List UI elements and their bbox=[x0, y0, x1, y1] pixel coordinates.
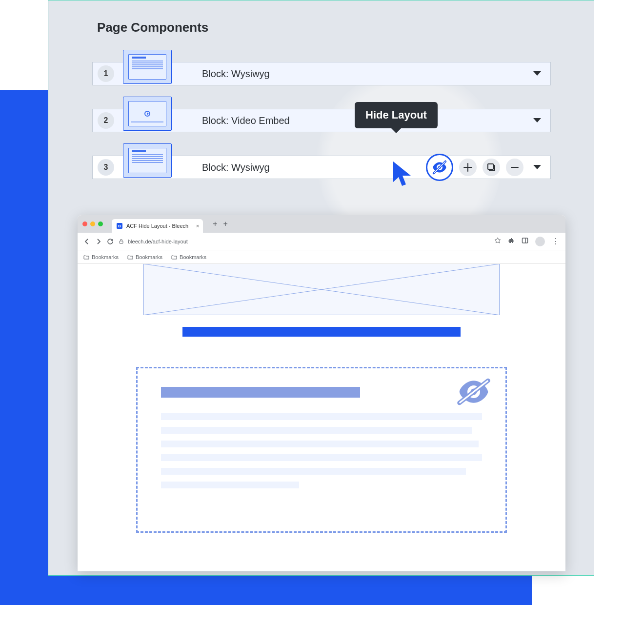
browser-toolbar: bleech.de/acf-hide-layout ⋮ bbox=[78, 233, 565, 250]
text-line-placeholder bbox=[161, 441, 479, 447]
page-title-bar bbox=[182, 327, 461, 337]
text-line-placeholder bbox=[161, 454, 482, 461]
expand-icon[interactable] bbox=[533, 164, 542, 170]
page-components-heading: Page Components bbox=[97, 20, 208, 35]
row-number-badge: 1 bbox=[98, 65, 114, 82]
folder-icon bbox=[127, 255, 133, 260]
component-row[interactable]: 1 Block: Wysiwyg bbox=[92, 62, 551, 85]
text-line-placeholder bbox=[161, 482, 299, 488]
lock-icon bbox=[119, 239, 124, 244]
svg-rect-6 bbox=[523, 238, 528, 243]
new-tab-button[interactable]: + bbox=[223, 220, 228, 228]
url-text: bleech.de/acf-hide-layout bbox=[128, 239, 188, 244]
svg-rect-5 bbox=[120, 241, 123, 243]
browser-window: B ACF Hide Layout - Bleech × + + bleech.… bbox=[78, 215, 565, 571]
tab-close-icon[interactable]: × bbox=[196, 223, 199, 229]
folder-icon bbox=[171, 255, 177, 260]
extensions-icon[interactable] bbox=[508, 237, 515, 246]
folder-icon bbox=[83, 255, 89, 260]
row-thumbnail-video bbox=[123, 97, 172, 131]
text-line-placeholder bbox=[161, 413, 482, 420]
svg-rect-4 bbox=[488, 164, 493, 169]
bookmark-folder[interactable]: Bookmarks bbox=[127, 254, 162, 260]
copy-icon bbox=[487, 163, 496, 172]
row-label: Block: Wysiwyg bbox=[202, 162, 270, 173]
add-button[interactable] bbox=[459, 159, 477, 176]
component-row[interactable]: 2 Block: Video Embed bbox=[92, 109, 551, 132]
minus-icon bbox=[510, 163, 519, 172]
forward-button[interactable] bbox=[95, 238, 102, 245]
window-maximize-icon[interactable] bbox=[98, 221, 103, 226]
browser-tab[interactable]: B ACF Hide Layout - Bleech × bbox=[112, 219, 203, 233]
window-minimize-icon[interactable] bbox=[90, 221, 95, 226]
hide-layout-tooltip: Hide Layout bbox=[355, 102, 438, 128]
new-tab-buttons: + + bbox=[213, 220, 228, 228]
row-label: Block: Wysiwyg bbox=[202, 68, 270, 80]
page-viewport bbox=[78, 264, 565, 571]
tab-title: ACF Hide Layout - Bleech bbox=[126, 223, 188, 229]
duplicate-button[interactable] bbox=[483, 159, 500, 176]
menu-button[interactable]: ⋮ bbox=[552, 237, 560, 246]
window-controls[interactable] bbox=[82, 221, 103, 226]
text-line-placeholder bbox=[161, 468, 466, 475]
hide-layout-button[interactable] bbox=[426, 154, 453, 181]
component-row-active[interactable]: 3 Block: Wysiwyg bbox=[92, 156, 551, 179]
browser-tab-strip: B ACF Hide Layout - Bleech × + + bbox=[78, 215, 565, 233]
eye-slash-icon bbox=[455, 377, 493, 408]
hidden-layout-preview bbox=[136, 367, 507, 533]
expand-icon[interactable] bbox=[533, 118, 542, 123]
row-number-badge: 3 bbox=[98, 159, 114, 176]
cursor-pointer-icon bbox=[391, 161, 415, 192]
window-close-icon[interactable] bbox=[82, 221, 87, 226]
row-action-bar bbox=[426, 154, 523, 181]
row-number-badge: 2 bbox=[98, 112, 114, 129]
row-label: Block: Video Embed bbox=[202, 115, 290, 126]
remove-button[interactable] bbox=[506, 159, 523, 176]
row-thumbnail-text bbox=[123, 143, 172, 178]
address-bar[interactable]: bleech.de/acf-hide-layout bbox=[119, 239, 489, 244]
expand-icon[interactable] bbox=[533, 71, 542, 77]
text-line-placeholder bbox=[161, 427, 472, 434]
hidden-block-title-bar bbox=[161, 387, 360, 398]
new-tab-button[interactable]: + bbox=[213, 220, 217, 228]
hero-image-placeholder bbox=[143, 264, 500, 315]
bookmark-folder[interactable]: Bookmarks bbox=[171, 254, 206, 260]
eye-slash-icon bbox=[431, 159, 448, 176]
reload-button[interactable] bbox=[107, 238, 114, 245]
profile-avatar[interactable] bbox=[535, 237, 545, 246]
favicon: B bbox=[117, 223, 122, 229]
bookmark-star-icon[interactable] bbox=[494, 237, 501, 246]
back-button[interactable] bbox=[83, 238, 90, 245]
component-rows: 1 Block: Wysiwyg 2 Block: Video Emb bbox=[92, 39, 551, 179]
bookmark-folder[interactable]: Bookmarks bbox=[83, 254, 119, 260]
row-thumbnail-text bbox=[123, 50, 172, 84]
plus-icon bbox=[463, 163, 472, 172]
editor-panel: Page Components 1 Block: Wysiwyg 2 bbox=[48, 0, 594, 576]
bookmarks-bar: Bookmarks Bookmarks Bookmarks bbox=[78, 250, 565, 264]
panel-icon[interactable] bbox=[522, 237, 528, 246]
